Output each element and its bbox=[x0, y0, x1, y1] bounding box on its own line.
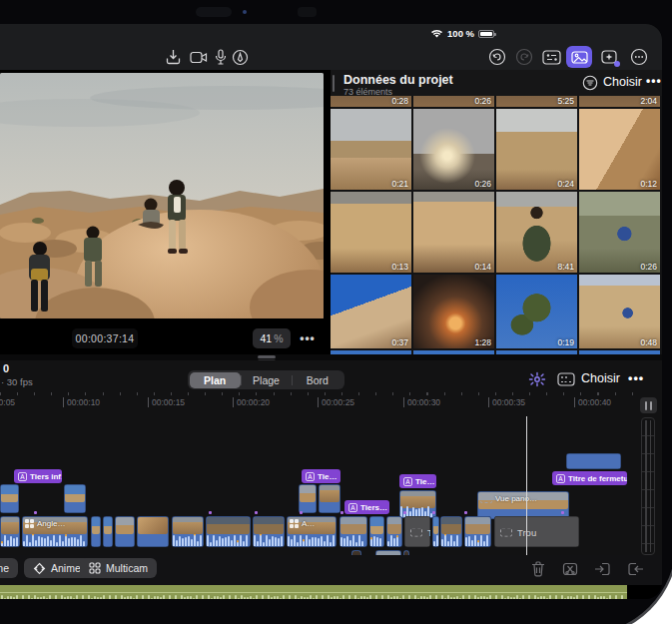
insert-right-icon[interactable] bbox=[625, 559, 645, 579]
clipped-left-button[interactable]: ne bbox=[0, 558, 18, 578]
insert-left-icon[interactable] bbox=[592, 559, 612, 579]
tab-plage[interactable]: Plage bbox=[241, 372, 292, 388]
media-thumbnail[interactable]: 0:14 bbox=[413, 192, 494, 273]
pencil-icon[interactable] bbox=[229, 46, 251, 68]
redo-icon[interactable] bbox=[513, 46, 535, 68]
connected-clip[interactable] bbox=[299, 484, 317, 513]
title-clip-label: Tiers inf… bbox=[30, 472, 62, 481]
clip-thumbnail bbox=[370, 517, 383, 534]
media-thumbnail[interactable]: 0:37 bbox=[331, 275, 411, 348]
clip-height-button[interactable] bbox=[640, 397, 657, 413]
effects-icon[interactable] bbox=[598, 46, 620, 68]
title-clip[interactable]: ATie… bbox=[399, 474, 436, 488]
camera-icon[interactable] bbox=[188, 46, 210, 68]
connected-clip[interactable] bbox=[319, 484, 340, 513]
clip-marker-dot bbox=[340, 511, 343, 514]
storyline-clip[interactable] bbox=[206, 516, 251, 547]
ruler-minor-ticks bbox=[0, 392, 639, 395]
multicam-button-label: Multicam bbox=[106, 562, 148, 574]
storyline-clip[interactable] bbox=[432, 516, 439, 547]
media-browser-icon[interactable] bbox=[566, 46, 592, 68]
clip-thumbnail bbox=[104, 517, 112, 534]
timeline-ruler[interactable]: 00:00:0500:00:1000:00:1500:00:2000:00:25… bbox=[0, 391, 639, 411]
storyline-clip[interactable] bbox=[103, 516, 113, 547]
storyline-clip[interactable] bbox=[137, 516, 169, 547]
connected-clip[interactable] bbox=[0, 484, 19, 513]
timeline-choose-button[interactable]: Choisir bbox=[581, 371, 620, 385]
more-icon[interactable] bbox=[628, 46, 650, 68]
storyline-clip[interactable] bbox=[115, 516, 135, 547]
import-icon[interactable] bbox=[162, 46, 184, 68]
inspector-icon[interactable] bbox=[540, 46, 562, 68]
storyline-clip[interactable]: Angle… bbox=[22, 516, 88, 547]
split-icon[interactable] bbox=[560, 559, 580, 579]
storyline-clip[interactable]: A… bbox=[287, 516, 336, 547]
media-thumbnail[interactable]: 0:48 bbox=[579, 275, 660, 348]
undo-icon[interactable] bbox=[486, 46, 508, 68]
view-mode-segmented-control: PlanPlageBord bbox=[188, 370, 344, 389]
clip-duration: 0:24 bbox=[557, 179, 574, 189]
storyline-clip[interactable] bbox=[369, 516, 384, 547]
title-badge-icon: A bbox=[18, 472, 27, 481]
storyline-clip[interactable] bbox=[91, 516, 101, 547]
timeline-more-button[interactable]: ••• bbox=[628, 371, 644, 385]
connected-clip[interactable] bbox=[566, 453, 621, 469]
tab-plan[interactable]: Plan bbox=[190, 372, 241, 388]
clip-thumbnail bbox=[92, 517, 100, 534]
media-thumbnail[interactable]: 0:12 bbox=[579, 109, 660, 190]
playhead-line bbox=[526, 416, 528, 555]
audio-waveform bbox=[1, 594, 626, 599]
front-camera-pill bbox=[196, 7, 232, 17]
title-clip-label: Titre de fermeture bbox=[568, 474, 627, 483]
audio-waveform bbox=[370, 534, 383, 546]
media-thumbnail[interactable]: 8:41 bbox=[496, 192, 577, 273]
viewer-video[interactable] bbox=[0, 73, 324, 318]
title-clip-label: Tie… bbox=[415, 477, 434, 486]
divider-drag-handle[interactable] bbox=[258, 355, 276, 358]
storyline-clip[interactable] bbox=[464, 516, 491, 547]
gap-icon bbox=[500, 527, 512, 536]
zoom-level-button[interactable]: 41 % bbox=[253, 328, 291, 348]
browser-more-button[interactable]: ••• bbox=[646, 74, 662, 88]
clip-thumbnail bbox=[300, 485, 316, 502]
tab-bord[interactable]: Bord bbox=[292, 372, 342, 388]
timecode-display[interactable]: 00:00:37:14 bbox=[72, 328, 138, 348]
storyline-clip[interactable] bbox=[172, 516, 204, 547]
audio-waveform bbox=[441, 534, 461, 546]
title-clip[interactable]: ATitre de fermeture bbox=[552, 471, 627, 485]
title-badge-icon: A bbox=[403, 477, 412, 486]
media-thumbnail[interactable]: 0:21 bbox=[331, 109, 411, 190]
storyline-clip[interactable] bbox=[386, 516, 402, 547]
multicam-button[interactable]: Multicam bbox=[80, 558, 157, 578]
trash-icon[interactable] bbox=[528, 559, 548, 579]
gap-clip[interactable]: T bbox=[404, 516, 430, 547]
storyline-clip[interactable] bbox=[339, 516, 367, 547]
media-thumbnail[interactable]: 0:24 bbox=[496, 109, 577, 190]
viewer-more-button[interactable]: ••• bbox=[296, 328, 320, 348]
timeline-overview-icon[interactable] bbox=[555, 369, 577, 389]
title-clip[interactable]: ATiers inf… bbox=[14, 469, 62, 483]
title-clip[interactable]: ATie… bbox=[302, 469, 340, 483]
clip-thumbnail bbox=[207, 517, 250, 534]
media-thumbnail[interactable]: 0:19 bbox=[496, 275, 577, 348]
title-clip[interactable]: ATiers… bbox=[344, 500, 389, 514]
clip-thumbnail bbox=[1, 517, 19, 534]
audio-waveform bbox=[387, 534, 401, 546]
storyline-clip[interactable] bbox=[253, 516, 285, 547]
connected-clip[interactable]: Vue pano… bbox=[477, 491, 569, 519]
media-thumbnail[interactable]: 0:13 bbox=[331, 192, 411, 273]
connected-clip[interactable] bbox=[64, 484, 86, 513]
media-thumbnail[interactable]: 0:26 bbox=[579, 192, 660, 273]
timeline-scroll-track[interactable] bbox=[641, 417, 655, 555]
media-thumbnail[interactable]: 0:26 bbox=[413, 109, 494, 190]
browser-choose-button[interactable]: Choisir bbox=[603, 75, 642, 89]
clip-duration: 0:26 bbox=[474, 96, 491, 106]
filter-icon[interactable] bbox=[582, 75, 598, 95]
battery-icon bbox=[478, 30, 494, 38]
media-thumbnail[interactable]: 1:28 bbox=[413, 275, 494, 348]
storyline-clip[interactable] bbox=[0, 516, 20, 547]
gap-clip[interactable]: Trou bbox=[494, 516, 579, 547]
storyline-clip[interactable] bbox=[440, 516, 462, 547]
multicam-icon bbox=[89, 562, 101, 574]
snapping-icon[interactable] bbox=[526, 369, 548, 389]
